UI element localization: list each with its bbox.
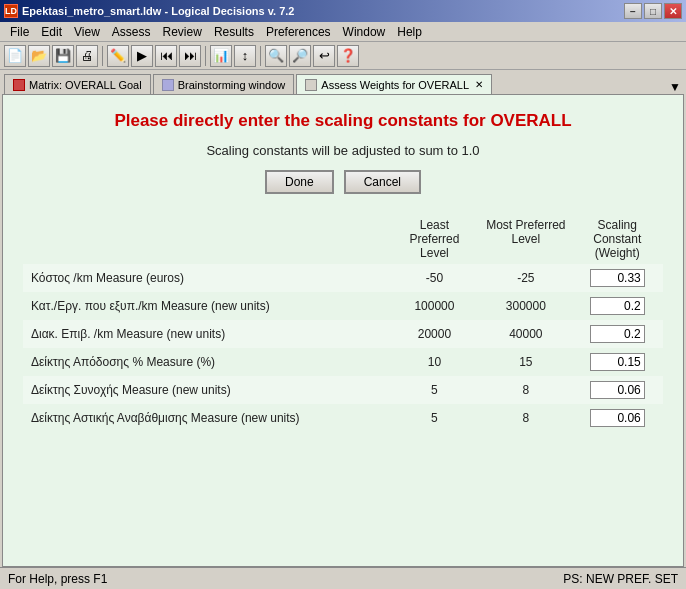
least-value: 20000 — [389, 320, 480, 348]
weight-cell — [572, 348, 663, 376]
table-row: Διακ. Επιβ. /km Measure (new units)20000… — [23, 320, 663, 348]
table-row: Κόστος /km Measure (euros)-50-25 — [23, 264, 663, 292]
toolbar-separator-2 — [205, 46, 206, 66]
maximize-button[interactable]: □ — [644, 3, 662, 19]
tab-brainstorm[interactable]: Brainstorming window — [153, 74, 295, 94]
tab-assess[interactable]: Assess Weights for OVERALL ✕ — [296, 74, 492, 94]
row-label: Κόστος /km Measure (euros) — [23, 264, 389, 292]
toolbar-separator-3 — [260, 46, 261, 66]
weight-cell — [572, 292, 663, 320]
zoom-in-button[interactable]: 🔍 — [265, 45, 287, 67]
page-title: Please directly enter the scaling consta… — [23, 111, 663, 131]
weight-cell — [572, 320, 663, 348]
most-value: 300000 — [480, 292, 571, 320]
row-label: Δείκτης Συνοχής Measure (new units) — [23, 376, 389, 404]
scaling-input[interactable] — [590, 325, 645, 343]
scaling-input[interactable] — [590, 409, 645, 427]
title-bar: LD Epektasi_metro_smart.ldw - Logical De… — [0, 0, 686, 22]
tab-assess-label: Assess Weights for OVERALL — [321, 79, 469, 91]
scaling-input[interactable] — [590, 297, 645, 315]
menu-view[interactable]: View — [68, 24, 106, 40]
close-window-button[interactable]: ✕ — [664, 3, 682, 19]
table-row: Δείκτης Αστικής Αναβάθμισης Measure (new… — [23, 404, 663, 432]
scaling-input[interactable] — [590, 353, 645, 371]
tab-dropdown-arrow[interactable]: ▼ — [668, 80, 682, 94]
subtitle: Scaling constants will be adjusted to su… — [23, 143, 663, 158]
tab-matrix-icon — [13, 79, 25, 91]
toolbar-btn-6[interactable]: ▶ — [131, 45, 153, 67]
toolbar-btn-8[interactable]: ⏭ — [179, 45, 201, 67]
least-value: -50 — [389, 264, 480, 292]
toolbar: 📄 📂 💾 🖨 ✏️ ▶ ⏮ ⏭ 📊 ↕ 🔍 🔎 ↩ ❓ — [0, 42, 686, 70]
row-label: Δείκτης Αστικής Αναβάθμισης Measure (new… — [23, 404, 389, 432]
table-row: Δείκτης Απόδοσης % Measure (%)1015 — [23, 348, 663, 376]
menu-edit[interactable]: Edit — [35, 24, 68, 40]
least-value: 5 — [389, 404, 480, 432]
button-row: Done Cancel — [23, 170, 663, 194]
status-bar: For Help, press F1 PS: NEW PREF. SET — [0, 567, 686, 589]
weight-cell — [572, 404, 663, 432]
weight-cell — [572, 376, 663, 404]
scaling-input[interactable] — [590, 269, 645, 287]
least-value: 100000 — [389, 292, 480, 320]
menu-review[interactable]: Review — [157, 24, 208, 40]
tab-matrix[interactable]: Matrix: OVERALL Goal — [4, 74, 151, 94]
toolbar-btn-10[interactable]: ↕ — [234, 45, 256, 67]
tab-assess-icon — [305, 79, 317, 91]
cancel-button[interactable]: Cancel — [344, 170, 421, 194]
col-header-scaling: Scaling Constant (Weight) — [572, 214, 663, 264]
col-header-least: Least Preferred Level — [389, 214, 480, 264]
col-header-most: Most Preferred Level — [480, 214, 571, 264]
table-row: Δείκτης Συνοχής Measure (new units)58 — [23, 376, 663, 404]
row-label: Δείκτης Απόδοσης % Measure (%) — [23, 348, 389, 376]
menu-window[interactable]: Window — [337, 24, 392, 40]
tab-bar: Matrix: OVERALL Goal Brainstorming windo… — [0, 70, 686, 94]
most-value: 8 — [480, 404, 571, 432]
menu-preferences[interactable]: Preferences — [260, 24, 337, 40]
tab-assess-close[interactable]: ✕ — [475, 79, 483, 90]
menu-file[interactable]: File — [4, 24, 35, 40]
toolbar-btn-9[interactable]: 📊 — [210, 45, 232, 67]
toolbar-separator-1 — [102, 46, 103, 66]
zoom-out-button[interactable]: 🔎 — [289, 45, 311, 67]
new-button[interactable]: 📄 — [4, 45, 26, 67]
row-label: Διακ. Επιβ. /km Measure (new units) — [23, 320, 389, 348]
most-value: 15 — [480, 348, 571, 376]
most-value: 8 — [480, 376, 571, 404]
status-left: For Help, press F1 — [8, 572, 107, 586]
menu-bar: File Edit View Assess Review Results Pre… — [0, 22, 686, 42]
weight-cell — [572, 264, 663, 292]
most-value: 40000 — [480, 320, 571, 348]
help-button[interactable]: ❓ — [337, 45, 359, 67]
least-value: 10 — [389, 348, 480, 376]
menu-help[interactable]: Help — [391, 24, 428, 40]
scaling-input[interactable] — [590, 381, 645, 399]
toolbar-btn-7[interactable]: ⏮ — [155, 45, 177, 67]
status-right: PS: NEW PREF. SET — [563, 572, 678, 586]
toolbar-btn-11[interactable]: ↩ — [313, 45, 335, 67]
col-header-criterion — [23, 214, 389, 264]
menu-assess[interactable]: Assess — [106, 24, 157, 40]
app-icon: LD — [4, 4, 18, 18]
tab-matrix-label: Matrix: OVERALL Goal — [29, 79, 142, 91]
row-label: Κατ./Εργ. που εξυπ./km Measure (new unit… — [23, 292, 389, 320]
tab-brainstorm-icon — [162, 79, 174, 91]
least-value: 5 — [389, 376, 480, 404]
menu-results[interactable]: Results — [208, 24, 260, 40]
minimize-button[interactable]: − — [624, 3, 642, 19]
save-button[interactable]: 💾 — [52, 45, 74, 67]
tab-brainstorm-label: Brainstorming window — [178, 79, 286, 91]
toolbar-btn-5[interactable]: ✏️ — [107, 45, 129, 67]
done-button[interactable]: Done — [265, 170, 334, 194]
main-content: Please directly enter the scaling consta… — [2, 94, 684, 567]
print-button[interactable]: 🖨 — [76, 45, 98, 67]
open-button[interactable]: 📂 — [28, 45, 50, 67]
data-table: Least Preferred Level Most Preferred Lev… — [23, 214, 663, 432]
most-value: -25 — [480, 264, 571, 292]
title-bar-text: Epektasi_metro_smart.ldw - Logical Decis… — [22, 5, 294, 17]
table-row: Κατ./Εργ. που εξυπ./km Measure (new unit… — [23, 292, 663, 320]
